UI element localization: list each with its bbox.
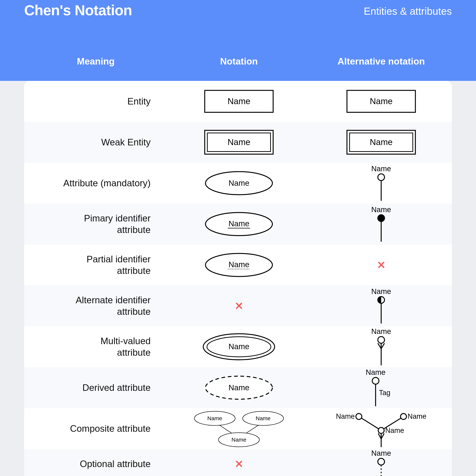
notation-cell: Name	[167, 89, 310, 113]
notation-cell: Name	[167, 375, 310, 401]
attribute-ellipse-icon: Name	[204, 170, 274, 196]
svg-text:Name: Name	[371, 287, 391, 295]
svg-text:Name: Name	[371, 165, 391, 173]
table-row: Weak Entity Name Name	[24, 122, 452, 163]
svg-line-33	[378, 343, 381, 349]
table-row: Pimary identifierattribute Name Name	[24, 204, 452, 244]
svg-text:Name: Name	[232, 437, 246, 443]
primary-id-ellipse-icon: Name	[204, 211, 274, 237]
svg-text:Tag: Tag	[379, 389, 390, 397]
composite-ellipse-icon: Name Name Name	[191, 409, 287, 448]
svg-text:Name: Name	[229, 342, 249, 351]
svg-line-34	[381, 343, 385, 349]
meaning-cell: Derived attribute	[24, 382, 167, 394]
table-row: Composite attribute Name Name Name Name …	[24, 408, 452, 449]
svg-point-31	[378, 337, 385, 343]
alt-cell: Name	[310, 165, 452, 202]
notation-cell: ✕	[167, 458, 310, 470]
notation-cell: Name	[167, 129, 310, 155]
table-row: Alternate identifierattribute ✕ Name	[24, 285, 452, 326]
partial-id-ellipse-icon: Name	[204, 252, 274, 278]
notation-cell: Name	[167, 252, 310, 278]
svg-text:Name: Name	[229, 179, 249, 187]
svg-point-54	[401, 413, 407, 420]
alt-cell: Name	[310, 129, 452, 155]
notation-cell: Name Name Name	[167, 409, 310, 448]
svg-text:Name: Name	[229, 383, 249, 392]
svg-point-63	[378, 458, 385, 465]
svg-text:Name: Name	[228, 96, 251, 106]
meaning-cell: Optional attribute	[24, 458, 167, 470]
svg-point-56	[378, 427, 384, 433]
alt-cell: Name	[310, 449, 452, 476]
meaning-cell: Entity	[24, 96, 167, 107]
svg-point-52	[356, 413, 362, 420]
alt-cell: Name	[310, 327, 452, 366]
svg-text:Name: Name	[336, 412, 355, 420]
lollipop-hollow-icon: Name	[363, 165, 400, 202]
col-alt-header: Alternative notation	[310, 56, 452, 67]
svg-text:Name: Name	[228, 137, 251, 147]
svg-point-13	[378, 174, 385, 181]
meaning-cell: Composite attribute	[24, 423, 167, 435]
alt-cell: Name Tag	[310, 368, 452, 407]
svg-text:Name: Name	[371, 449, 391, 457]
lollipop-filled-icon: Name	[363, 205, 400, 243]
alt-cell: Name	[310, 287, 452, 324]
lollipop-optional-icon: Name	[363, 449, 400, 476]
notation-cell: Name	[167, 170, 310, 196]
column-headers: Meaning Notation Alternative notation	[24, 56, 452, 67]
alt-cell: Name	[310, 205, 452, 243]
derived-ellipse-icon: Name	[204, 375, 274, 401]
svg-text:Name: Name	[385, 426, 404, 434]
weak-entity-rect-icon: Name	[346, 129, 416, 155]
header: Chen's Notation Entities & attributes Me…	[0, 0, 476, 81]
notation-table: Entity Name Name Weak Entity Name	[24, 81, 452, 476]
svg-point-39	[372, 377, 379, 384]
svg-text:Name: Name	[207, 415, 222, 421]
meaning-cell: Pimary identifierattribute	[24, 213, 167, 236]
svg-line-50	[359, 416, 381, 430]
table-row: Partial identifierattribute Name ✕	[24, 244, 452, 285]
svg-text:Name: Name	[370, 137, 393, 147]
table-row: Derived attribute Name Name Tag	[24, 367, 452, 408]
table-row: Multi-valuedattribute Name Name	[24, 326, 452, 367]
lollipop-half-icon: Name	[363, 287, 400, 324]
table-row: Entity Name Name	[24, 81, 452, 122]
multivalued-ellipse-icon: Name	[202, 333, 276, 361]
table-row: Attribute (mandatory) Name Name	[24, 163, 452, 204]
meaning-cell: Partial identifierattribute	[24, 254, 167, 277]
svg-text:Name: Name	[229, 260, 249, 269]
notation-cell: Name	[167, 211, 310, 237]
notation-cell: ✕	[167, 300, 310, 312]
svg-point-19	[378, 215, 385, 221]
svg-text:Name: Name	[366, 368, 386, 376]
meaning-cell: Attribute (mandatory)	[24, 177, 167, 189]
svg-text:Name: Name	[371, 205, 391, 214]
svg-text:Name: Name	[371, 327, 391, 335]
alt-cell: ✕	[310, 259, 452, 271]
x-icon: ✕	[377, 259, 386, 271]
alt-cell: Name Name Name	[310, 409, 452, 448]
meaning-cell: Weak Entity	[24, 136, 167, 148]
meaning-cell: Multi-valuedattribute	[24, 335, 167, 358]
x-icon: ✕	[235, 458, 243, 470]
lollipop-derived-icon: Name Tag	[357, 368, 405, 407]
table-row: Optional attribute ✕ Name	[24, 449, 452, 476]
col-notation-header: Notation	[167, 56, 310, 67]
alt-cell: Name	[310, 89, 452, 113]
weak-entity-rect-icon: Name	[204, 129, 274, 155]
entity-rect-icon: Name	[346, 89, 416, 113]
svg-text:Name: Name	[408, 412, 426, 420]
entity-rect-icon: Name	[204, 89, 274, 113]
col-meaning-header: Meaning	[24, 56, 167, 67]
meaning-cell: Alternate identifierattribute	[24, 294, 167, 318]
svg-text:Name: Name	[370, 96, 393, 106]
page-title: Chen's Notation	[24, 2, 132, 19]
svg-text:Name: Name	[229, 219, 249, 228]
notation-cell: Name	[167, 333, 310, 361]
lollipop-composite-icon: Name Name Name	[335, 409, 428, 448]
lollipop-multivalued-icon: Name	[363, 327, 400, 366]
x-icon: ✕	[235, 300, 243, 312]
svg-text:Name: Name	[256, 415, 271, 421]
